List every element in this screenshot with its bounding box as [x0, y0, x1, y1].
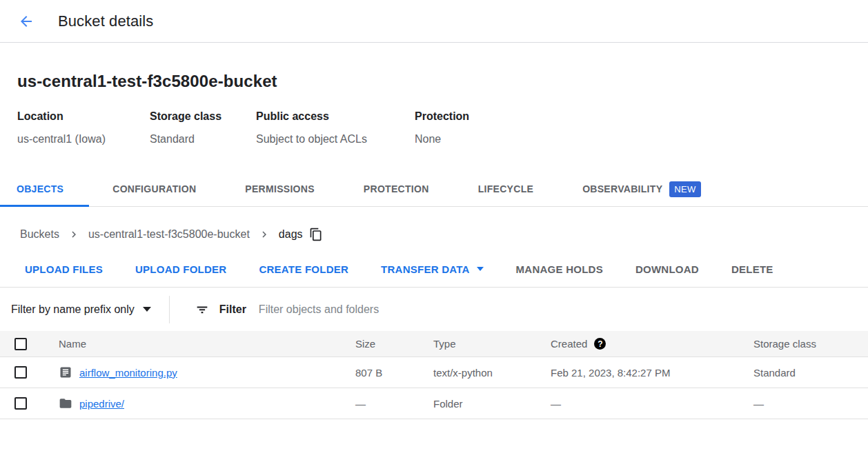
tab-objects[interactable]: OBJECTS [0, 172, 89, 206]
folder-icon [59, 396, 72, 410]
folder-link[interactable]: pipedrive/ [79, 398, 124, 410]
table-row: pipedrive/ — Folder — — [0, 388, 868, 419]
cell-size: 807 B [355, 367, 433, 379]
object-action-bar: UPLOAD FILES UPLOAD FOLDER CREATE FOLDER… [0, 251, 868, 287]
upload-folder-button[interactable]: UPLOAD FOLDER [127, 258, 235, 281]
tab-permissions[interactable]: PERMISSIONS [221, 172, 340, 206]
objects-table: Name Size Type Created ? Storage class a… [0, 331, 868, 419]
column-header-storage-class: Storage class [753, 338, 868, 350]
cell-type: text/x-python [433, 367, 551, 379]
button-label: DOWNLOAD [635, 263, 699, 275]
filter-scope-label: Filter by name prefix only [11, 303, 135, 316]
row-checkbox[interactable] [14, 366, 27, 379]
column-header-label: Created [551, 338, 587, 350]
meta-value: Subject to object ACLs [256, 133, 415, 145]
filter-input[interactable] [259, 303, 868, 316]
button-label: UPLOAD FILES [25, 263, 103, 275]
button-label: UPLOAD FOLDER [135, 263, 226, 275]
breadcrumb-bucket-name[interactable]: us-central1-test-f3c5800e-bucket [88, 228, 250, 241]
manage-holds-button[interactable]: MANAGE HOLDS [508, 258, 611, 281]
tab-label: CONFIGURATION [112, 183, 196, 194]
meta-location: Location us-central1 (Iowa) [17, 110, 150, 145]
download-button[interactable]: DOWNLOAD [627, 258, 707, 281]
filter-input-area: Filter [170, 302, 868, 317]
object-link[interactable]: airflow_monitoring.py [79, 367, 177, 379]
bucket-name: us-central1-test-f3c5800e-bucket [17, 72, 868, 91]
tab-label: OBSERVABILITY [582, 183, 662, 194]
filter-list-icon [195, 302, 210, 317]
tab-configuration[interactable]: CONFIGURATION [89, 172, 221, 206]
cell-created: — [551, 398, 753, 410]
filter-row: Filter by name prefix only Filter [0, 287, 868, 331]
column-header-created: Created ? [551, 338, 753, 350]
meta-value: us-central1 (Iowa) [17, 133, 150, 145]
column-header-name: Name [59, 338, 355, 350]
button-label: DELETE [731, 263, 773, 275]
cell-storage-class: Standard [753, 367, 868, 379]
chevron-down-icon [143, 307, 151, 312]
column-header-size: Size [355, 338, 433, 350]
filter-label: Filter [219, 303, 246, 316]
bucket-summary: us-central1-test-f3c5800e-bucket Locatio… [0, 72, 868, 145]
meta-label: Location [17, 110, 150, 123]
chevron-down-icon [477, 267, 484, 271]
meta-value: None [415, 133, 469, 145]
tab-protection[interactable]: PROTECTION [340, 172, 455, 206]
button-label: MANAGE HOLDS [516, 263, 603, 275]
new-badge: NEW [669, 181, 700, 197]
tab-observability[interactable]: OBSERVABILITY NEW [559, 172, 726, 206]
button-label: CREATE FOLDER [259, 263, 348, 275]
table-header-row: Name Size Type Created ? Storage class [0, 331, 868, 357]
content-copy-icon[interactable] [309, 228, 323, 241]
page-title: Bucket details [58, 12, 153, 30]
cell-size: — [355, 398, 433, 410]
select-all-checkbox[interactable] [14, 338, 27, 350]
meta-label: Protection [415, 110, 469, 123]
create-folder-button[interactable]: CREATE FOLDER [250, 258, 357, 281]
tab-lifecycle[interactable]: LIFECYCLE [455, 172, 559, 206]
meta-label: Storage class [150, 110, 256, 123]
meta-label: Public access [256, 110, 415, 123]
meta-public-access: Public access Subject to object ACLs [256, 110, 415, 145]
help-icon[interactable]: ? [594, 338, 606, 350]
cell-type: Folder [433, 398, 551, 410]
breadcrumb: Buckets us-central1-test-f3c5800e-bucket… [0, 207, 868, 251]
tab-bar: OBJECTS CONFIGURATION PERMISSIONS PROTEC… [0, 172, 868, 207]
chevron-right-icon [68, 228, 80, 241]
transfer-data-button[interactable]: TRANSFER DATA [373, 258, 492, 281]
breadcrumb-buckets[interactable]: Buckets [20, 228, 59, 241]
upload-files-button[interactable]: UPLOAD FILES [17, 258, 111, 281]
file-icon [59, 365, 72, 379]
meta-value: Standard [150, 133, 256, 145]
table-row: airflow_monitoring.py 807 B text/x-pytho… [0, 357, 868, 388]
filter-scope-dropdown[interactable]: Filter by name prefix only [0, 288, 169, 331]
column-header-type: Type [433, 338, 551, 350]
row-checkbox[interactable] [14, 397, 27, 410]
tab-label: PROTECTION [364, 183, 429, 194]
meta-protection: Protection None [415, 110, 469, 145]
button-label: TRANSFER DATA [381, 263, 470, 275]
meta-storage-class: Storage class Standard [150, 110, 256, 145]
back-arrow-icon[interactable] [12, 8, 40, 35]
chevron-right-icon [258, 228, 270, 241]
breadcrumb-current-folder: dags [279, 228, 303, 241]
tab-label: LIFECYCLE [478, 183, 533, 194]
bucket-meta: Location us-central1 (Iowa) Storage clas… [17, 110, 868, 145]
cell-created: Feb 21, 2023, 8:42:27 PM [551, 367, 753, 379]
tab-label: OBJECTS [17, 183, 63, 194]
tab-label: PERMISSIONS [245, 183, 315, 194]
page-header: Bucket details [0, 0, 868, 43]
cell-storage-class: — [753, 398, 868, 410]
delete-button[interactable]: DELETE [723, 258, 782, 281]
